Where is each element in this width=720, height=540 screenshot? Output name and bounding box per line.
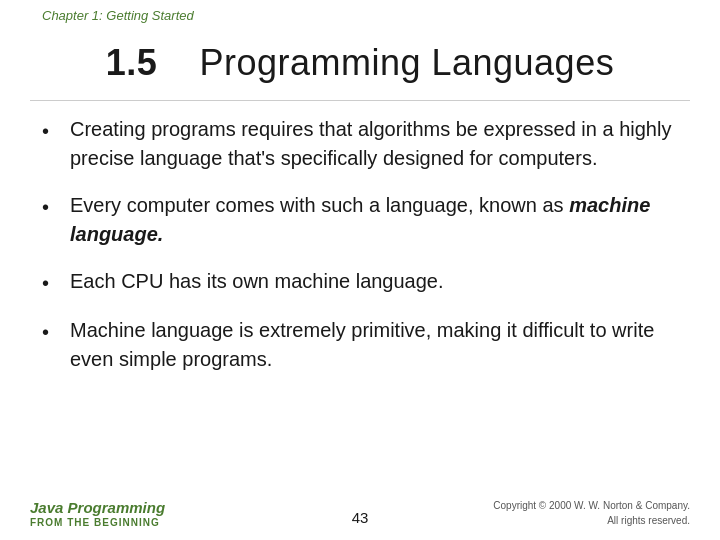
bullet-dot: • xyxy=(42,318,64,347)
bullet-text: Machine language is extremely primitive,… xyxy=(70,316,678,374)
footer: Java Programming FROM THE BEGINNING 43 C… xyxy=(0,498,720,529)
machine-language-emphasis: machine language. xyxy=(70,194,650,245)
list-item: • Each CPU has its own machine language. xyxy=(42,267,678,298)
footer-page-number: 43 xyxy=(250,509,470,528)
list-item: • Creating programs requires that algori… xyxy=(42,115,678,173)
footer-subtitle: FROM THE BEGINNING xyxy=(30,517,250,528)
footer-title: Java Programming xyxy=(30,498,250,518)
bullet-text: Each CPU has its own machine language. xyxy=(70,267,678,296)
footer-left: Java Programming FROM THE BEGINNING xyxy=(30,498,250,529)
title-text: Programming Languages xyxy=(199,42,614,83)
slide-title: 1.5 Programming Languages xyxy=(0,42,720,84)
slide-container: Chapter 1: Getting Started 1.5 Programmi… xyxy=(0,0,720,540)
divider-line xyxy=(30,100,690,101)
bullet-text: Creating programs requires that algorith… xyxy=(70,115,678,173)
bullet-dot: • xyxy=(42,269,64,298)
bullet-dot: • xyxy=(42,117,64,146)
chapter-label: Chapter 1: Getting Started xyxy=(42,8,194,23)
bullet-list: • Creating programs requires that algori… xyxy=(42,115,678,374)
content-area: • Creating programs requires that algori… xyxy=(42,115,678,460)
footer-copyright: Copyright © 2000 W. W. Norton & Company.… xyxy=(470,498,690,528)
section-number: 1.5 xyxy=(106,42,158,83)
list-item: • Machine language is extremely primitiv… xyxy=(42,316,678,374)
bullet-dot: • xyxy=(42,193,64,222)
bullet-text: Every computer comes with such a languag… xyxy=(70,191,678,249)
list-item: • Every computer comes with such a langu… xyxy=(42,191,678,249)
